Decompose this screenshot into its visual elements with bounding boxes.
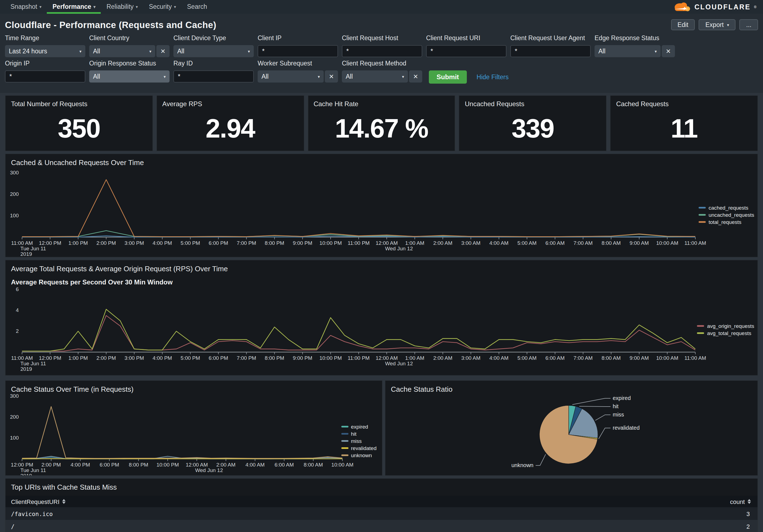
filter-client-request-method: Client Request MethodAll▾✕ <box>342 60 422 83</box>
legend-swatch <box>697 325 705 327</box>
edit-button[interactable]: Edit <box>671 19 695 30</box>
client-request-method-select[interactable]: All▾ <box>342 70 408 83</box>
client-request-host-input[interactable]: * <box>342 45 422 57</box>
column-header-label: ClientRequestURI <box>11 498 59 505</box>
filter-client-request-host: Client Request Host* <box>342 35 422 57</box>
nav-item-security[interactable]: Security▾ <box>144 0 182 14</box>
legend-label: expired <box>351 424 368 430</box>
svg-text:3:00 AM: 3:00 AM <box>461 240 481 246</box>
cell-client-request-uri: /favicon.ico <box>6 510 664 517</box>
svg-text:12:00 PM: 12:00 PM <box>39 240 61 246</box>
svg-text:2:00 AM: 2:00 AM <box>433 240 453 246</box>
worker-subrequest-clear-button[interactable]: ✕ <box>325 70 338 83</box>
svg-text:6:00 AM: 6:00 AM <box>546 355 565 361</box>
client-country-clear-button[interactable]: ✕ <box>156 45 169 57</box>
filter-label: Client Request URI <box>426 35 506 42</box>
time-range-select[interactable]: Last 24 hours▾ <box>5 45 85 57</box>
client-request-method-clear-button[interactable]: ✕ <box>409 70 422 83</box>
legend-label: avg_total_requests <box>707 330 751 336</box>
legend-item-avg_total_requests[interactable]: avg_total_requests <box>697 330 754 336</box>
table-row: /favicon.ico3 <box>6 507 757 520</box>
select-value: All <box>93 73 100 80</box>
legend-swatch <box>699 221 706 223</box>
nav-item-reliability[interactable]: Reliability▾ <box>101 0 144 14</box>
nav-item-snapshot[interactable]: Snapshot▾ <box>5 0 47 14</box>
filter-label: Origin Response Status <box>89 60 169 67</box>
legend-item-unknown[interactable]: unknown <box>341 452 377 458</box>
sort-icon <box>748 499 751 504</box>
column-header-count[interactable]: count <box>666 498 757 505</box>
nav-item-label: Snapshot <box>10 3 37 10</box>
cached-uncached-line-chart: 11:00 AM12:00 PM1:00 PM2:00 PM3:00 PM4:0… <box>6 154 757 257</box>
button-label: Edit <box>677 22 689 28</box>
svg-text:12:00 PM: 12:00 PM <box>39 355 61 361</box>
svg-text:2:00 AM: 2:00 AM <box>216 462 236 468</box>
legend-item-revalidated[interactable]: revalidated <box>341 445 377 451</box>
filter-control-row: * <box>173 70 254 83</box>
stat-value: 350 <box>6 108 153 151</box>
nav-item-search[interactable]: Search <box>182 0 213 14</box>
panel-title: Cached & Uncached Requests Over Time <box>6 154 757 167</box>
svg-text:4:00 AM: 4:00 AM <box>246 462 265 468</box>
svg-text:Tue Jun 11: Tue Jun 11 <box>20 246 46 251</box>
hide-filters-link[interactable]: Hide Filters <box>477 74 508 80</box>
filter-time-range: Time RangeLast 24 hours▾ <box>5 35 85 57</box>
bottom-charts-row: Cache Status Over Time (in Requests) 12:… <box>5 378 758 476</box>
filter-worker-subrequest: Worker SubrequestAll▾✕ <box>258 60 338 83</box>
title-bar: Cloudflare - Performance (Requests and C… <box>0 14 763 30</box>
origin-ip-input[interactable]: * <box>5 70 85 83</box>
more-options-button[interactable]: ... <box>740 19 758 30</box>
svg-text:7:00 AM: 7:00 AM <box>573 240 593 246</box>
stat-label: Cached Requests <box>610 96 757 108</box>
legend-item-total_requests[interactable]: total_requests <box>699 219 754 225</box>
svg-text:6:00 PM: 6:00 PM <box>100 462 119 468</box>
svg-text:100: 100 <box>10 435 19 441</box>
client-country-select[interactable]: All▾ <box>89 45 155 57</box>
filter-control-row: * <box>510 45 591 57</box>
dashboard-root: Snapshot▾Performance▾Reliability▾Securit… <box>0 0 763 532</box>
svg-text:10:00 AM: 10:00 AM <box>656 240 678 246</box>
legend-item-miss[interactable]: miss <box>341 438 377 444</box>
worker-subrequest-select[interactable]: All▾ <box>258 70 324 83</box>
svg-text:2:00 PM: 2:00 PM <box>96 240 116 246</box>
ray-id-input[interactable]: * <box>173 70 254 83</box>
column-header-label: count <box>730 498 745 505</box>
legend-label: miss <box>351 438 362 444</box>
legend-swatch <box>697 332 705 334</box>
svg-text:4:00 PM: 4:00 PM <box>153 240 172 246</box>
legend-item-uncached_requests[interactable]: uncached_requests <box>699 212 754 218</box>
input-value: * <box>346 47 349 55</box>
svg-text:12:00 PM: 12:00 PM <box>11 462 33 468</box>
svg-text:12:00 AM: 12:00 AM <box>376 355 398 361</box>
client-request-user-agent-input[interactable]: * <box>510 45 591 57</box>
edge-response-status-clear-button[interactable]: ✕ <box>662 45 675 57</box>
submit-button[interactable]: Submit <box>429 70 467 84</box>
svg-text:8:00 PM: 8:00 PM <box>129 462 148 468</box>
nav-item-performance[interactable]: Performance▾ <box>47 0 101 14</box>
select-value: All <box>599 48 605 54</box>
client-device-type-select[interactable]: All▾ <box>173 45 254 57</box>
svg-text:10:00 AM: 10:00 AM <box>656 355 678 361</box>
filter-control-row: All▾✕ <box>342 70 422 83</box>
client-request-uri-input[interactable]: * <box>426 45 506 57</box>
legend-item-avg_origin_requests[interactable]: avg_origin_requests <box>697 323 754 329</box>
svg-text:Wed Jun 12: Wed Jun 12 <box>385 246 413 251</box>
chevron-down-icon: ▾ <box>164 74 166 79</box>
svg-text:5:00 PM: 5:00 PM <box>180 240 200 246</box>
legend-swatch <box>341 426 348 427</box>
export-button[interactable]: Export▾ <box>699 19 736 30</box>
origin-response-status-select[interactable]: All▾ <box>89 70 169 83</box>
svg-text:10:00 PM: 10:00 PM <box>319 240 342 246</box>
legend-item-hit[interactable]: hit <box>341 431 377 437</box>
stat-cards-row: Total Number of Requests350Average RPS2.… <box>5 95 758 151</box>
svg-text:11:00 AM: 11:00 AM <box>685 240 706 246</box>
filter-control-row: * <box>258 45 338 57</box>
svg-text:4:00 AM: 4:00 AM <box>490 240 509 246</box>
legend-item-cached_requests[interactable]: cached_requests <box>699 205 754 211</box>
edge-response-status-select[interactable]: All▾ <box>595 45 661 57</box>
client-ip-input[interactable]: * <box>258 45 338 57</box>
filters-section: Time RangeLast 24 hours▾Client CountryAl… <box>0 30 763 84</box>
column-header-uri[interactable]: ClientRequestURI <box>6 498 666 505</box>
legend-swatch <box>699 207 706 209</box>
legend-item-expired[interactable]: expired <box>341 424 377 430</box>
